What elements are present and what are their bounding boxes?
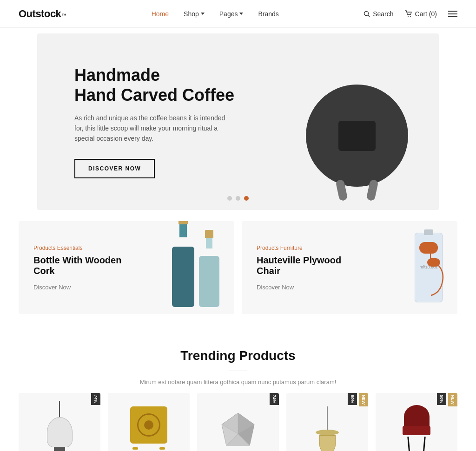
svg-point-0: [364, 11, 369, 15]
badge-4-new: NEW: [359, 393, 368, 406]
shop-chevron-icon: [201, 13, 205, 15]
trending-subtitle: Mirum est notare quam littera gothica qu…: [19, 379, 457, 386]
bulb-lamp: [47, 401, 73, 451]
badge-5-sale: 50%: [437, 393, 446, 405]
gem-svg-icon: [219, 411, 257, 448]
svg-line-1: [368, 15, 370, 17]
nav-home[interactable]: Home: [152, 10, 169, 18]
promo-category-2: Products Furniture: [257, 245, 350, 251]
product-card-5[interactable]: 50% NEW: [376, 393, 457, 451]
hero-content: Handmade Hand Carved Coffee As rich and …: [37, 37, 275, 206]
nav-brands[interactable]: Brands: [258, 10, 278, 18]
promo-title-2: Hauteville Plywood Chair: [257, 255, 350, 276]
badge-3: 74%: [270, 393, 279, 405]
earphone-wire: [430, 250, 431, 261]
chair-product: [403, 405, 430, 451]
promo-link-1[interactable]: Discover Now: [33, 284, 126, 291]
section-divider: [229, 371, 247, 371]
search-icon: [364, 11, 370, 17]
header-actions: Search Cart (0): [364, 10, 457, 18]
hero-dot-3[interactable]: [244, 196, 249, 201]
speaker-box-product: [130, 406, 167, 451]
menu-button[interactable]: [448, 11, 457, 17]
promo-category-1: Products Essentials: [33, 245, 126, 251]
cart-icon: [405, 10, 412, 18]
hero-dots: [227, 196, 249, 201]
promo-info-2: Products Furniture Hauteville Plywood Ch…: [257, 245, 350, 291]
badge-1: 74%: [91, 393, 100, 405]
hero-title: Handmade Hand Carved Coffee: [74, 65, 238, 105]
badge-4-sale: 80%: [348, 393, 357, 405]
gem-ornament: [219, 411, 257, 450]
badge-5-new: NEW: [448, 393, 457, 406]
pendant-lamp: [316, 406, 339, 451]
promo-link-2[interactable]: Discover Now: [257, 284, 350, 291]
search-button[interactable]: Search: [364, 10, 393, 18]
hero-slider: Handmade Hand Carved Coffee As rich and …: [37, 33, 439, 210]
product-card-4[interactable]: 80% NEW: [286, 393, 368, 451]
nav-shop[interactable]: Shop: [184, 10, 205, 18]
light-bottle: [199, 256, 219, 307]
earphone-large: [419, 242, 438, 254]
speaker-leg-right: [366, 179, 379, 202]
earphone-cord-icon: [424, 261, 447, 298]
dark-bottle: [172, 247, 194, 307]
hero-image: [275, 33, 439, 210]
promo-row: Products Essentials Bottle With Wooden C…: [19, 221, 457, 314]
promo-card-1[interactable]: Products Essentials Bottle With Wooden C…: [19, 221, 234, 314]
product-card-1[interactable]: 74%: [19, 393, 100, 451]
pages-chevron-icon: [239, 13, 243, 15]
promo-image-1: [126, 228, 219, 307]
trending-title: Trending Products: [19, 348, 457, 363]
promo-title-1: Bottle With Wooden Cork: [33, 255, 126, 276]
hero-cta-button[interactable]: DISCOVER NOW: [74, 159, 155, 178]
header: Outstock™ Home Shop Pages Brands Search: [0, 0, 476, 28]
svg-point-2: [408, 16, 409, 17]
cart-button[interactable]: Cart (0): [405, 10, 437, 18]
logo[interactable]: Outstock™: [19, 8, 66, 20]
main-nav: Home Shop Pages Brands: [152, 10, 279, 18]
promo-card-2[interactable]: Products Furniture Hauteville Plywood Ch…: [242, 221, 457, 314]
promo-image-2: ml/18.6oz: [350, 233, 443, 302]
section-header: Trending Products Mirum est notare quam …: [19, 348, 457, 386]
speaker-grill: [338, 121, 376, 151]
hero-dot-2[interactable]: [236, 196, 240, 201]
svg-point-3: [410, 16, 411, 17]
hero-description: As rich and unique as the coffee beans i…: [74, 113, 232, 144]
promo-info-1: Products Essentials Bottle With Wooden C…: [33, 245, 126, 291]
speaker-leg-left: [336, 179, 348, 202]
product-card-3[interactable]: 74%: [197, 393, 279, 451]
product-grid: 74%: [19, 393, 457, 451]
product-card-2[interactable]: [108, 393, 190, 451]
nav-pages[interactable]: Pages: [219, 10, 244, 18]
trending-section: Trending Products Mirum est notare quam …: [0, 325, 476, 451]
hero-dot-1[interactable]: [227, 196, 232, 201]
